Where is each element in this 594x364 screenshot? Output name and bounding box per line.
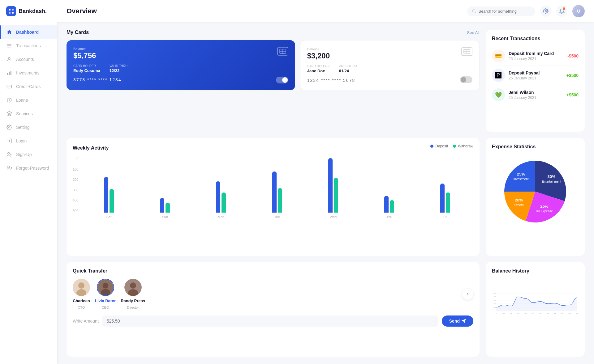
person0-role: CTO: [78, 306, 85, 309]
card2-details: CARD HOLDER Jane Doe VALID THRU 01/24: [307, 65, 472, 73]
sidebar-item-dashboard[interactable]: Dashboard: [0, 25, 57, 39]
app-name: Bankdash.: [19, 8, 47, 15]
cards-see-all[interactable]: See All: [467, 30, 480, 35]
card1-valid-label: VALID THRU: [110, 64, 128, 68]
balance-header: Balance History: [492, 268, 579, 274]
sidebar-item-transactions[interactable]: Transactions: [0, 39, 57, 53]
sidebar-label-services: Services: [16, 111, 33, 116]
svg-point-28: [78, 282, 84, 289]
forgot-icon: [6, 165, 12, 171]
transfer-person-2[interactable]: Randy Press Director: [121, 279, 145, 309]
balance-x-label-mar: Mar: [554, 313, 556, 314]
card1-balance-label: Balance: [73, 47, 288, 51]
dashboard-content: My Cards See All Balance $5,756: [57, 22, 594, 364]
transaction-item: 🅿 Deposit Paypal 25 January 2021 +$500: [492, 66, 579, 85]
avatar-randy: [124, 279, 142, 296]
transactions-icon: [6, 43, 12, 49]
svg-rect-2: [9, 12, 11, 14]
y-label-3: 200: [73, 178, 78, 181]
balance-x-label-jan: Jan: [539, 313, 541, 314]
home-icon: [6, 29, 12, 35]
sidebar-item-credit-cards[interactable]: Credit-Cards: [0, 80, 57, 93]
trans-date-1: 25 January 2021: [509, 76, 563, 80]
balance-title: Balance History: [492, 268, 529, 274]
svg-point-18: [545, 11, 547, 12]
balance-x-label-may: May: [569, 313, 571, 314]
trans-amount-1: +$500: [566, 73, 579, 78]
balance-y-label-2: 360: [493, 300, 496, 301]
bar-deposit-mon: [216, 181, 220, 213]
sidebar-item-investments[interactable]: Investments: [0, 66, 57, 80]
sidebar-item-forgot-password[interactable]: Forget-Password: [0, 161, 57, 175]
card1-holder-label: CARD HOLDER: [73, 64, 100, 68]
weekly-header: Weekly Activity Deposit Withdraw: [73, 144, 473, 152]
y-label-5: 0: [73, 157, 78, 161]
person0-name: Charleen: [73, 298, 90, 303]
expense-header: Expense Statistics: [492, 144, 579, 150]
x-label-thu: Thu: [361, 215, 417, 219]
sidebar-label-setting: Setting: [16, 125, 30, 130]
card1-number: 3778 **** **** 1234: [73, 77, 122, 82]
trans-date-2: 25 January 2021: [509, 95, 563, 100]
deposit-dot: [430, 145, 433, 148]
expense-section: Expense Statistics 30%Entertainment25%Bi…: [486, 138, 585, 256]
search-box[interactable]: [467, 6, 535, 16]
card-secondary: Balance $3,200 CARD HOLDER: [300, 40, 480, 90]
bar-withdraw-sat: [110, 189, 114, 213]
balance-x-label-apr: Apr: [562, 313, 564, 314]
y-label-4: 100: [73, 167, 78, 171]
sidebar-item-login[interactable]: Login: [0, 134, 57, 148]
svg-point-16: [473, 10, 475, 12]
cards-row: Balance $5,756 CARD HOLDER: [67, 40, 480, 90]
avatar[interactable]: U: [572, 5, 585, 17]
transactions-title: Recent Transactions: [492, 36, 540, 41]
transfer-person-1[interactable]: Livia Bator CEO: [95, 279, 116, 309]
cards-title: My Cards: [67, 30, 89, 35]
card2-valid: 01/24: [339, 69, 357, 73]
trans-info-2: Jemi Wilson 25 January 2021: [509, 90, 563, 100]
loans-icon: [6, 97, 12, 103]
trans-date-0: 25 January 2021: [509, 57, 564, 61]
card2-toggle[interactable]: [460, 76, 472, 83]
sidebar-item-accounts[interactable]: Accounts: [0, 53, 57, 66]
charleen-img: [73, 279, 90, 296]
withdraw-dot: [453, 145, 456, 148]
sidebar-label-login: Login: [16, 138, 27, 143]
next-button[interactable]: [462, 289, 473, 300]
bar-group-sun: [137, 198, 193, 213]
bar-withdraw-tue: [278, 188, 282, 213]
x-label-sat: Sat: [81, 215, 137, 219]
card1-toggle[interactable]: [276, 77, 288, 83]
sidebar-item-signup[interactable]: Sign-Up: [0, 148, 57, 161]
bar-withdraw-thu: [390, 200, 394, 213]
my-cards-section: My Cards See All Balance $5,756: [67, 30, 480, 132]
transactions-section: Recent Transactions 💳 Deposit from my Ca…: [486, 30, 585, 132]
bar-withdraw-fri: [446, 193, 450, 213]
sidebar-item-loans[interactable]: Loans: [0, 93, 57, 107]
send-button[interactable]: Send: [442, 315, 473, 327]
bar-group-thu: [361, 196, 417, 213]
balance-chart: 600480360240120JulAugSepOctNovDecJanFebM…: [492, 279, 579, 328]
settings-button[interactable]: [540, 6, 551, 17]
amount-input[interactable]: [102, 315, 438, 327]
card1-balance: $5,756: [73, 51, 288, 60]
balance-y-label-0: 600: [493, 293, 496, 294]
x-labels: SatSunMonTueWedThuFri: [81, 215, 473, 219]
pie-label-entertainment: Entertainment: [542, 180, 561, 183]
pie-label-others: Others: [514, 203, 523, 207]
credit-cards-icon: [6, 83, 12, 90]
svg-rect-7: [11, 71, 11, 75]
notifications-button[interactable]: [556, 6, 567, 17]
sidebar-item-services[interactable]: Services: [0, 107, 57, 121]
x-label-tue: Tue: [249, 215, 305, 219]
balance-x-label-aug: Aug: [502, 313, 505, 314]
bar-group-sat: [81, 177, 137, 213]
setting-icon: [6, 124, 12, 130]
weekly-activity-section: Weekly Activity Deposit Withdraw 500 4: [67, 138, 480, 256]
sidebar-item-setting[interactable]: Setting: [0, 121, 57, 134]
transaction-item: 💚 Jemi Wilson 25 January 2021 +$500: [492, 85, 579, 104]
transfer-person-0[interactable]: Charleen CTO: [73, 279, 90, 309]
search-input[interactable]: [478, 9, 530, 14]
balance-x-label-oct: Oct: [517, 313, 519, 314]
trans-amount-2: +$500: [566, 92, 579, 97]
